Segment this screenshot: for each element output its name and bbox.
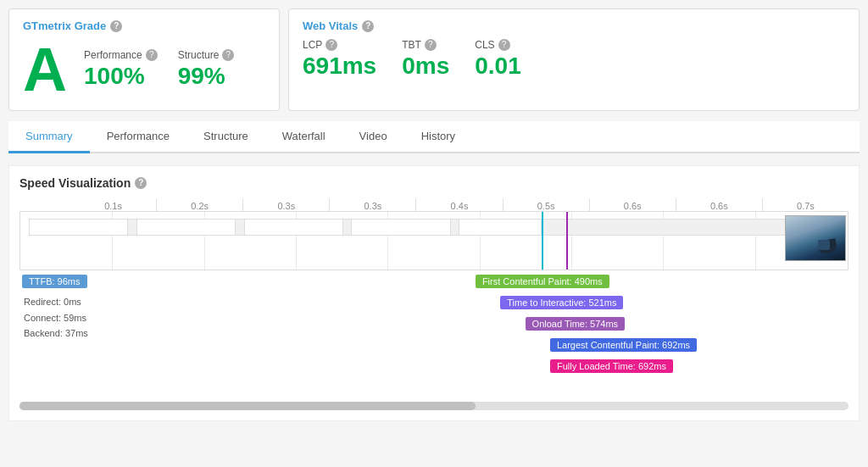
annotations-area: TTFB: 96ms Redirect: 0ms Connect: 59ms B… [19,270,849,402]
tbt-value: 0ms [402,53,449,80]
tbt-help-icon[interactable]: ? [425,39,437,51]
fcp-label: First Contentful Paint: 490ms [476,275,609,288]
tab-performance[interactable]: Performance [90,121,186,153]
structure-metric: Structure ? 99% [178,49,235,90]
lcp-metric: LCP ? 691ms [303,39,376,80]
tab-video[interactable]: Video [342,121,404,153]
cls-help-icon[interactable]: ? [498,39,510,51]
vitals-help-icon[interactable]: ? [362,20,374,32]
lcp-value: 691ms [303,53,376,80]
tab-waterfall[interactable]: Waterfall [265,121,342,153]
ruler-7: 0.6s [676,198,762,211]
frame-3 [244,219,343,236]
timeline-ruler: 0.1s 0.2s 0.3s 0.3s 0.4s 0.5s 0.6s 0.6s … [19,198,849,211]
bars-area [19,211,849,270]
cls-metric: CLS ? 0.01 [475,39,521,80]
tti-marker [566,212,568,270]
ruler-2: 0.3s [242,198,329,211]
ruler-1: 0.2s [156,198,242,211]
performance-help-icon[interactable]: ? [146,49,158,61]
ruler-0: 0.1s [70,198,156,211]
tab-summary[interactable]: Summary [8,121,90,153]
speed-viz-title: Speed Visualization ? [19,176,849,190]
ttfb-label: TTFB: 96ms [22,275,87,288]
tbt-metric: TBT ? 0ms [402,39,449,80]
frame-1 [29,219,128,236]
fcp-marker [542,212,543,270]
speed-viz-section: Speed Visualization ? 0.1s 0.2s 0.3s 0.3… [8,165,860,421]
tabs-nav: Summary Performance Structure Waterfall … [8,121,860,153]
grade-letter: A [23,39,67,100]
onload-label: Onload Time: 574ms [526,317,626,331]
screenshot-thumbnail [785,215,846,261]
tti-label: Time to Interactive: 521ms [500,296,623,309]
scrollbar-thumb[interactable] [19,402,476,410]
performance-value: 100% [84,63,158,90]
performance-metric: Performance ? 100% [84,49,158,90]
speed-viz-help-icon[interactable]: ? [135,177,147,189]
grade-section-title: GTmetrix Grade ? [23,19,234,32]
lcp-label: Largest Contentful Paint: 692ms [550,338,697,352]
frame-5 [459,219,542,236]
tab-history[interactable]: History [404,121,472,153]
grade-help-icon[interactable]: ? [110,20,122,32]
vitals-card: Web Vitals ? LCP ? 691ms TBT ? 0ms [288,8,860,111]
flt-label: Fully Loaded Time: 692ms [550,359,673,373]
structure-value: 99% [178,63,235,90]
ttfb-details: Redirect: 0ms Connect: 59ms Backend: 37m… [24,294,88,342]
lcp-help-icon[interactable]: ? [326,39,337,51]
frame-4 [351,219,450,236]
ruler-5: 0.5s [503,198,589,211]
ruler-3: 0.3s [329,198,415,211]
scrollbar-track[interactable] [19,402,849,410]
tab-structure[interactable]: Structure [186,121,265,153]
grade-card: GTmetrix Grade ? A Performance ? 100% [8,8,280,111]
ruler-6: 0.6s [589,198,676,211]
ruler-4: 0.4s [415,198,502,211]
thumbnail-shape2 [818,240,830,250]
structure-help-icon[interactable]: ? [222,49,234,61]
vitals-section-title: Web Vitals ? [303,19,845,32]
frame-2 [136,219,236,236]
cls-value: 0.01 [475,53,521,80]
ruler-8: 0.7s [762,198,849,211]
